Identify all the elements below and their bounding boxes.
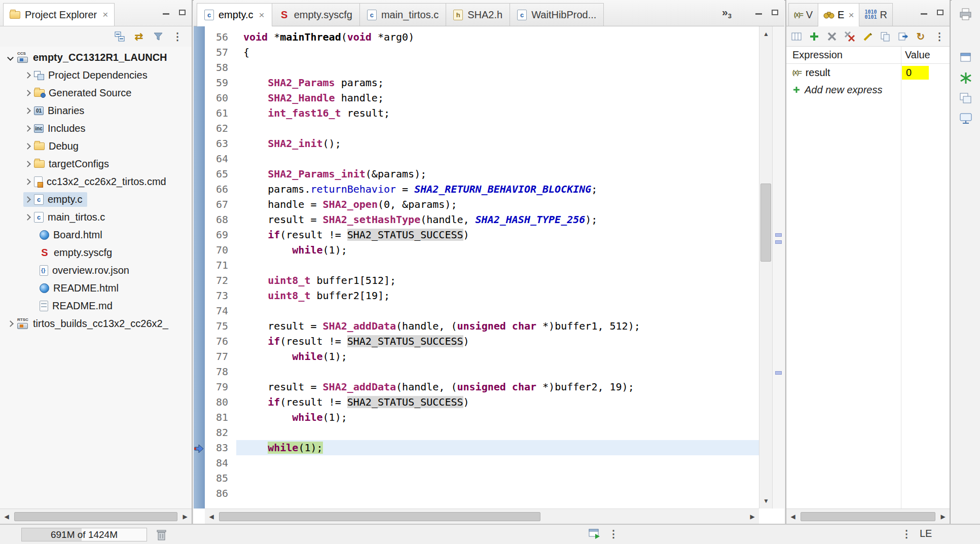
code-line-content[interactable]: void *mainThread(void *arg0) [236, 29, 759, 45]
line-number[interactable]: 63 [205, 136, 236, 151]
line-number[interactable]: 68 [205, 212, 236, 227]
scroll-right-button[interactable]: ▶ [178, 509, 192, 524]
code-line-67[interactable]: 67 handle = SHA2_open(0, &params); [205, 197, 759, 212]
tree-item-includes[interactable]: inc Includes [0, 120, 192, 137]
scroll-up-button[interactable]: ▲ [759, 26, 773, 42]
window-icon[interactable] [959, 51, 973, 65]
close-icon[interactable]: × [102, 9, 108, 20]
tab-sha2-h[interactable]: h SHA2.h [446, 3, 510, 26]
remove-all-expressions-button[interactable] [844, 30, 856, 43]
printer-icon[interactable] [959, 7, 973, 21]
tree-item-readme-html[interactable]: README.html [0, 279, 192, 297]
code-line-65[interactable]: 65 SHA2_Params_init(&params); [205, 166, 759, 182]
chevron-right-icon[interactable] [24, 214, 31, 221]
line-number[interactable]: 73 [205, 288, 236, 303]
code-line-73[interactable]: 73 uint8_t buffer2[19]; [205, 288, 759, 303]
horizontal-scrollbar-thumb[interactable] [219, 512, 540, 521]
maximize-button[interactable] [934, 6, 946, 16]
tree-item-empty-syscfg[interactable]: S empty.syscfg [0, 244, 192, 262]
code-line-74[interactable]: 74 [205, 303, 759, 318]
code-line-content[interactable]: SHA2_Params_init(&params); [236, 166, 759, 182]
code-line-content[interactable]: { [236, 45, 759, 60]
column-divider[interactable] [901, 47, 901, 509]
tree-item-project-dependencies[interactable]: Project Dependencies [0, 66, 192, 84]
code-line-80[interactable]: 80 if(result != SHA2_STATUS_SUCCESS) [205, 394, 759, 410]
editor-annotation-bar[interactable] [194, 26, 205, 509]
scroll-down-button[interactable]: ▼ [759, 493, 773, 509]
tab-expressions[interactable]: E × [818, 3, 859, 26]
debug-pc-arrow-icon[interactable] [194, 443, 204, 454]
chevron-right-icon[interactable] [24, 107, 31, 114]
code-line-content[interactable]: SHA2_init(); [236, 136, 759, 151]
garbage-collect-button[interactable] [154, 528, 168, 542]
scroll-left-button[interactable]: ◀ [205, 509, 218, 524]
chevron-right-icon[interactable] [24, 196, 31, 203]
tree-item-binaries[interactable]: 01 Binaries [0, 102, 192, 120]
line-number[interactable]: 69 [205, 227, 236, 242]
line-number[interactable]: 76 [205, 334, 236, 349]
tree-item-linker-cmd[interactable]: cc13x2_cc26x2_tirtos.cmd [0, 173, 192, 191]
editor-horizontal-scrollbar[interactable]: ◀ ▶ [205, 509, 759, 524]
new-item-icon[interactable] [959, 71, 973, 85]
tab-empty-syscfg[interactable]: S empty.syscfg [272, 3, 360, 26]
code-line-84[interactable]: 84 [205, 455, 759, 470]
code-line-71[interactable]: 71 [205, 258, 759, 273]
project-explorer-tab[interactable]: Project Explorer × [3, 3, 115, 26]
line-number[interactable]: 57 [205, 45, 236, 60]
code-line-content[interactable]: SHA2_Params params; [236, 75, 759, 90]
code-line-62[interactable]: 62 [205, 121, 759, 136]
code-line-70[interactable]: 70 while(1); [205, 242, 759, 258]
export-expressions-button[interactable] [897, 30, 909, 43]
tree-item-generated-source[interactable]: Generated Source [0, 84, 192, 102]
trim-handle-icon[interactable]: ⋮ [608, 529, 619, 539]
remove-expression-button[interactable] [826, 30, 838, 43]
line-number[interactable]: 80 [205, 394, 236, 410]
code-line-82[interactable]: 82 [205, 425, 759, 440]
code-line-58[interactable]: 58 [205, 60, 759, 75]
code-line-content[interactable]: params.returnBehavior = SHA2_RETURN_BEHA… [236, 182, 759, 197]
expression-value[interactable]: 0 [902, 66, 929, 80]
code-line-83[interactable]: 83 while(1); [205, 440, 759, 455]
chevron-right-icon[interactable] [7, 320, 14, 327]
line-number[interactable]: 82 [205, 425, 236, 440]
line-number[interactable]: 78 [205, 364, 236, 379]
tree-item-readme-md[interactable]: README.md [0, 297, 192, 315]
line-number[interactable]: 58 [205, 60, 236, 75]
edit-expression-button[interactable] [861, 30, 874, 43]
code-line-86[interactable]: 86 [205, 486, 759, 501]
maximize-button[interactable] [176, 6, 188, 16]
refresh-button[interactable]: ↻ [915, 30, 927, 43]
vertical-scrollbar-thumb[interactable] [760, 184, 771, 262]
code-line-68[interactable]: 68 result = SHA2_setHashType(handle, SHA… [205, 212, 759, 227]
code-line-content[interactable] [236, 121, 759, 136]
line-number[interactable]: 81 [205, 410, 236, 425]
tree-item-tirtos-builds-project[interactable]: RTSC tirtos_builds_cc13x2_cc26x2_ [0, 315, 192, 333]
line-number[interactable]: 79 [205, 379, 236, 394]
tab-main-tirtos-c[interactable]: c main_tirtos.c [359, 3, 446, 26]
line-number[interactable]: 85 [205, 470, 236, 486]
show-columns-button[interactable] [790, 30, 803, 43]
occurrence-marker[interactable] [775, 240, 782, 244]
code-line-content[interactable]: result = SHA2_setHashType(handle, SHA2_H… [236, 212, 759, 227]
scroll-left-button[interactable]: ◀ [0, 509, 13, 524]
copy-window-icon[interactable] [959, 91, 973, 105]
code-line-69[interactable]: 69 if(result != SHA2_STATUS_SUCCESS) [205, 227, 759, 242]
code-line-57[interactable]: 57{ [205, 45, 759, 60]
line-number[interactable]: 67 [205, 197, 236, 212]
code-line-72[interactable]: 72 uint8_t buffer1[512]; [205, 273, 759, 288]
code-line-content[interactable] [236, 60, 759, 75]
chevron-right-icon[interactable] [24, 72, 31, 79]
code-line-content[interactable]: if(result != SHA2_STATUS_SUCCESS) [236, 227, 759, 242]
chevron-right-icon[interactable] [24, 143, 31, 150]
code-line-66[interactable]: 66 params.returnBehavior = SHA2_RETURN_B… [205, 182, 759, 197]
code-line-content[interactable] [236, 303, 759, 318]
trim-handle-icon[interactable]: ⋮ [901, 529, 912, 539]
code-line-content[interactable]: result = SHA2_addData(handle, (unsigned … [236, 379, 759, 394]
show-view-icon[interactable] [587, 527, 601, 541]
code-line-77[interactable]: 77 while(1); [205, 349, 759, 364]
explorer-horizontal-scrollbar[interactable]: ◀ ▶ [0, 509, 192, 524]
tree-item-empty-c[interactable]: c empty.c [0, 191, 192, 208]
line-number[interactable]: 70 [205, 242, 236, 258]
line-number[interactable]: 62 [205, 121, 236, 136]
heap-status[interactable]: 691M of 1424M [21, 528, 147, 541]
